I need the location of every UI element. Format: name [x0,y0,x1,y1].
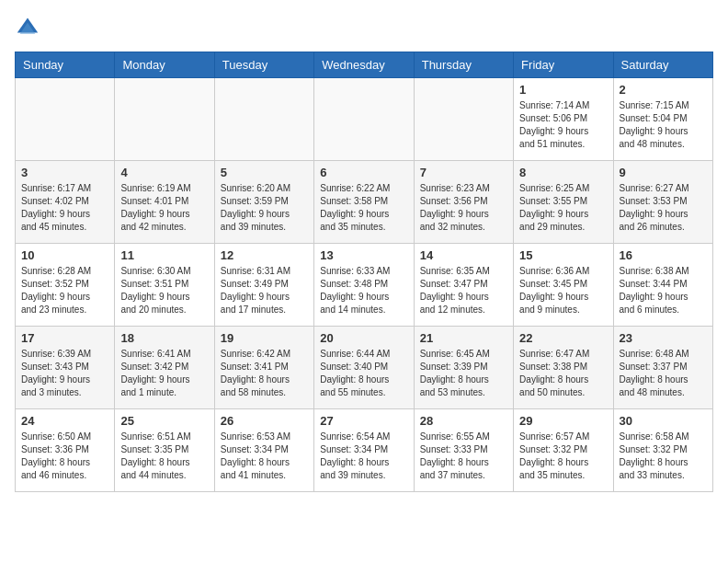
calendar-cell: 25Sunrise: 6:51 AM Sunset: 3:35 PM Dayli… [115,409,214,492]
calendar-cell: 6Sunrise: 6:22 AM Sunset: 3:58 PM Daylig… [314,161,414,244]
cell-info: Sunrise: 6:27 AM Sunset: 3:53 PM Dayligh… [620,182,707,234]
day-number: 29 [519,414,607,428]
cell-info: Sunrise: 6:30 AM Sunset: 3:51 PM Dayligh… [120,265,208,316]
calendar-cell [314,78,414,161]
cell-info: Sunrise: 6:47 AM Sunset: 3:38 PM Dayligh… [519,348,607,399]
calendar-cell: 20Sunrise: 6:44 AM Sunset: 3:40 PM Dayli… [314,327,414,409]
calendar-cell: 19Sunrise: 6:42 AM Sunset: 3:41 PM Dayli… [214,327,313,409]
calendar-cell: 15Sunrise: 6:36 AM Sunset: 3:45 PM Dayli… [514,244,613,327]
day-number: 4 [120,166,208,179]
logo [15,15,44,40]
calendar-cell: 11Sunrise: 6:30 AM Sunset: 3:51 PM Dayli… [115,244,214,327]
col-header-sunday: Sunday [16,52,115,78]
day-number: 17 [21,331,108,345]
calendar-cell: 2Sunrise: 7:15 AM Sunset: 5:04 PM Daylig… [613,78,712,161]
cell-info: Sunrise: 6:19 AM Sunset: 4:01 PM Dayligh… [120,182,208,234]
cell-info: Sunrise: 6:45 AM Sunset: 3:39 PM Dayligh… [420,348,507,399]
week-row-2: 3Sunrise: 6:17 AM Sunset: 4:02 PM Daylig… [16,161,713,244]
cell-info: Sunrise: 6:50 AM Sunset: 3:36 PM Dayligh… [21,431,108,482]
calendar-cell: 29Sunrise: 6:57 AM Sunset: 3:32 PM Dayli… [514,409,613,492]
day-number: 23 [620,331,707,345]
cell-info: Sunrise: 6:48 AM Sunset: 3:37 PM Dayligh… [620,348,707,399]
cell-info: Sunrise: 6:17 AM Sunset: 4:02 PM Dayligh… [21,182,108,234]
day-number: 11 [120,248,208,262]
calendar-cell: 12Sunrise: 6:31 AM Sunset: 3:49 PM Dayli… [214,244,313,327]
calendar-header-row: SundayMondayTuesdayWednesdayThursdayFrid… [16,52,713,78]
calendar-cell: 13Sunrise: 6:33 AM Sunset: 3:48 PM Dayli… [314,244,414,327]
day-number: 14 [420,248,507,262]
cell-info: Sunrise: 6:35 AM Sunset: 3:47 PM Dayligh… [420,265,507,316]
day-number: 19 [221,331,308,345]
calendar-cell: 9Sunrise: 6:27 AM Sunset: 3:53 PM Daylig… [613,161,712,244]
calendar-cell: 27Sunrise: 6:54 AM Sunset: 3:34 PM Dayli… [314,409,414,492]
day-number: 16 [620,248,707,262]
cell-info: Sunrise: 7:15 AM Sunset: 5:04 PM Dayligh… [620,99,707,151]
calendar-cell: 22Sunrise: 6:47 AM Sunset: 3:38 PM Dayli… [514,327,613,409]
day-number: 26 [221,414,308,428]
cell-info: Sunrise: 6:22 AM Sunset: 3:58 PM Dayligh… [320,182,407,234]
calendar-cell: 16Sunrise: 6:38 AM Sunset: 3:44 PM Dayli… [613,244,712,327]
day-number: 10 [21,248,108,262]
cell-info: Sunrise: 6:28 AM Sunset: 3:52 PM Dayligh… [21,265,108,316]
day-number: 30 [620,414,707,428]
day-number: 24 [21,414,108,428]
cell-info: Sunrise: 6:51 AM Sunset: 3:35 PM Dayligh… [120,431,208,482]
calendar-cell: 23Sunrise: 6:48 AM Sunset: 3:37 PM Dayli… [613,327,712,409]
calendar-cell: 8Sunrise: 6:25 AM Sunset: 3:55 PM Daylig… [514,161,613,244]
day-number: 1 [519,83,607,97]
calendar-cell: 4Sunrise: 6:19 AM Sunset: 4:01 PM Daylig… [115,161,214,244]
day-number: 20 [320,331,407,345]
cell-info: Sunrise: 6:23 AM Sunset: 3:56 PM Dayligh… [420,182,507,234]
calendar-cell: 14Sunrise: 6:35 AM Sunset: 3:47 PM Dayli… [414,244,513,327]
col-header-friday: Friday [514,52,613,78]
col-header-saturday: Saturday [613,52,712,78]
day-number: 2 [620,83,707,97]
day-number: 8 [519,166,607,179]
calendar-cell [16,78,115,161]
week-row-5: 24Sunrise: 6:50 AM Sunset: 3:36 PM Dayli… [16,409,713,492]
calendar-cell [214,78,313,161]
calendar-cell: 30Sunrise: 6:58 AM Sunset: 3:32 PM Dayli… [613,409,712,492]
calendar-cell [414,78,513,161]
day-number: 22 [519,331,607,345]
cell-info: Sunrise: 6:55 AM Sunset: 3:33 PM Dayligh… [420,431,507,482]
day-number: 12 [221,248,308,262]
calendar-cell: 1Sunrise: 7:14 AM Sunset: 5:06 PM Daylig… [514,78,613,161]
col-header-thursday: Thursday [414,52,513,78]
day-number: 21 [420,331,507,345]
week-row-4: 17Sunrise: 6:39 AM Sunset: 3:43 PM Dayli… [16,327,713,409]
day-number: 18 [120,331,208,345]
cell-info: Sunrise: 6:39 AM Sunset: 3:43 PM Dayligh… [21,348,108,399]
calendar-cell: 21Sunrise: 6:45 AM Sunset: 3:39 PM Dayli… [414,327,513,409]
day-number: 28 [420,414,507,428]
col-header-tuesday: Tuesday [214,52,313,78]
cell-info: Sunrise: 6:53 AM Sunset: 3:34 PM Dayligh… [221,431,308,482]
calendar-cell: 28Sunrise: 6:55 AM Sunset: 3:33 PM Dayli… [414,409,513,492]
col-header-monday: Monday [115,52,214,78]
cell-info: Sunrise: 6:36 AM Sunset: 3:45 PM Dayligh… [519,265,607,316]
calendar-table: SundayMondayTuesdayWednesdayThursdayFrid… [15,52,713,492]
cell-info: Sunrise: 6:38 AM Sunset: 3:44 PM Dayligh… [620,265,707,316]
week-row-3: 10Sunrise: 6:28 AM Sunset: 3:52 PM Dayli… [16,244,713,327]
cell-info: Sunrise: 6:58 AM Sunset: 3:32 PM Dayligh… [620,431,707,482]
day-number: 3 [21,166,108,179]
cell-info: Sunrise: 6:31 AM Sunset: 3:49 PM Dayligh… [221,265,308,316]
calendar-cell: 5Sunrise: 6:20 AM Sunset: 3:59 PM Daylig… [214,161,313,244]
cell-info: Sunrise: 6:33 AM Sunset: 3:48 PM Dayligh… [320,265,407,316]
cell-info: Sunrise: 7:14 AM Sunset: 5:06 PM Dayligh… [519,99,607,151]
page-header [15,15,713,40]
calendar-cell [115,78,214,161]
calendar-cell: 17Sunrise: 6:39 AM Sunset: 3:43 PM Dayli… [16,327,115,409]
logo-icon [15,15,40,40]
day-number: 5 [221,166,308,179]
day-number: 27 [320,414,407,428]
cell-info: Sunrise: 6:42 AM Sunset: 3:41 PM Dayligh… [221,348,308,399]
day-number: 6 [320,166,407,179]
day-number: 9 [620,166,707,179]
calendar-cell: 7Sunrise: 6:23 AM Sunset: 3:56 PM Daylig… [414,161,513,244]
cell-info: Sunrise: 6:57 AM Sunset: 3:32 PM Dayligh… [519,431,607,482]
cell-info: Sunrise: 6:54 AM Sunset: 3:34 PM Dayligh… [320,431,407,482]
calendar-cell: 26Sunrise: 6:53 AM Sunset: 3:34 PM Dayli… [214,409,313,492]
calendar-cell: 10Sunrise: 6:28 AM Sunset: 3:52 PM Dayli… [16,244,115,327]
week-row-1: 1Sunrise: 7:14 AM Sunset: 5:06 PM Daylig… [16,78,713,161]
